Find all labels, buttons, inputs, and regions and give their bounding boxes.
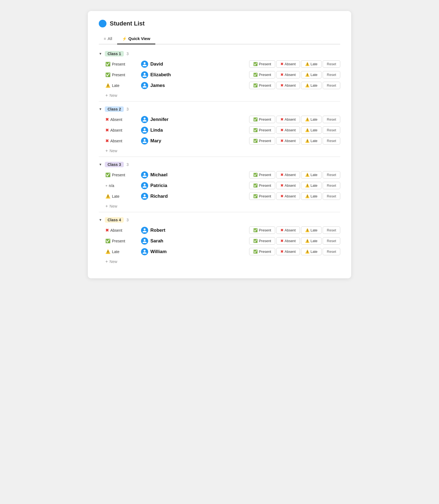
present-button[interactable]: ✅ Present [249, 82, 275, 89]
tab-quickview-label: Quick View [128, 36, 150, 41]
present-button[interactable]: ✅ Present [249, 60, 275, 68]
present-button[interactable]: ✅ Present [249, 116, 275, 123]
reset-button[interactable]: Reset [323, 137, 340, 145]
present-button[interactable]: ✅ Present [249, 237, 275, 245]
status-text-class3-2: Late [112, 194, 119, 199]
absent-button[interactable]: ✖ Absent [276, 192, 300, 200]
student-status-class1-2: ⚠️Late [105, 83, 141, 88]
status-text-class2-2: Absent [110, 139, 122, 143]
new-student-class4[interactable]: + New [99, 257, 340, 265]
student-name: William [150, 249, 249, 254]
late-button[interactable]: ⚠️ Late [301, 137, 322, 145]
reset-button[interactable]: Reset [323, 248, 340, 255]
late-button[interactable]: ⚠️ Late [301, 126, 322, 134]
present-button[interactable]: ✅ Present [249, 171, 275, 179]
late-button[interactable]: ⚠️ Late [301, 248, 322, 255]
student-avatar [141, 237, 148, 245]
class-badge-class1: Class 1 [105, 51, 124, 56]
late-button[interactable]: ⚠️ Late [301, 192, 322, 200]
student-avatar [141, 82, 148, 89]
late-button[interactable]: ⚠️ Late [301, 60, 322, 68]
present-button[interactable]: ✅ Present [249, 226, 275, 234]
status-icon-class2-0: ✖ [105, 117, 109, 122]
status-icon-class1-1: ✅ [105, 73, 111, 77]
absent-button[interactable]: ✖ Absent [276, 226, 300, 234]
student-avatar [141, 227, 148, 234]
present-button[interactable]: ✅ Present [249, 71, 275, 78]
student-avatar [141, 137, 148, 145]
chevron-icon-class2[interactable]: ▼ [99, 107, 102, 111]
student-status-class4-1: ✅Present [105, 239, 141, 243]
new-student-class1[interactable]: + New [99, 91, 340, 99]
reset-button[interactable]: Reset [323, 182, 340, 189]
chevron-icon-class4[interactable]: ▼ [99, 218, 102, 222]
absent-button[interactable]: ✖ Absent [276, 116, 300, 123]
absent-button[interactable]: ✖ Absent [276, 71, 300, 78]
absent-button[interactable]: ✖ Absent [276, 237, 300, 245]
class-header-class4: ▼ Class 4 3 [99, 217, 340, 223]
status-icon-class3-0: ✅ [105, 173, 111, 177]
reset-button[interactable]: Reset [323, 192, 340, 200]
student-actions-class4-1: ✅ Present✖ Absent⚠️ LateReset [249, 237, 340, 245]
reset-button[interactable]: Reset [323, 71, 340, 78]
student-name: Mary [150, 138, 249, 144]
present-button[interactable]: ✅ Present [249, 137, 275, 145]
status-text-class4-2: Late [112, 250, 119, 254]
student-avatar [141, 61, 148, 68]
late-button[interactable]: ⚠️ Late [301, 171, 322, 179]
reset-button[interactable]: Reset [323, 171, 340, 179]
status-icon-class4-0: ✖ [105, 228, 109, 233]
late-button[interactable]: ⚠️ Late [301, 82, 322, 89]
absent-button[interactable]: ✖ Absent [276, 171, 300, 179]
list-icon: ≡ [104, 36, 106, 41]
class-badge-class2: Class 2 [105, 106, 124, 112]
chevron-icon-class1[interactable]: ▼ [99, 52, 102, 56]
reset-button[interactable]: Reset [323, 126, 340, 134]
student-avatar [141, 71, 148, 78]
present-button[interactable]: ✅ Present [249, 126, 275, 134]
absent-button[interactable]: ✖ Absent [276, 182, 300, 189]
absent-button[interactable]: ✖ Absent [276, 248, 300, 255]
student-actions-class1-1: ✅ Present✖ Absent⚠️ LateReset [249, 71, 340, 78]
late-button[interactable]: ⚠️ Late [301, 237, 322, 245]
late-button[interactable]: ⚠️ Late [301, 71, 322, 78]
new-student-class3[interactable]: + New [99, 202, 340, 210]
absent-button[interactable]: ✖ Absent [276, 82, 300, 89]
reset-button[interactable]: Reset [323, 60, 340, 68]
chevron-icon-class3[interactable]: ▼ [99, 163, 102, 166]
new-student-class2[interactable]: + New [99, 146, 340, 154]
class-count-class4: 3 [126, 218, 129, 222]
student-row: ⚠️LateWilliam✅ Present✖ Absent⚠️ LateRes… [99, 246, 340, 257]
absent-button[interactable]: ✖ Absent [276, 137, 300, 145]
status-text-class3-1: n/a [109, 183, 114, 188]
absent-button[interactable]: ✖ Absent [276, 60, 300, 68]
reset-button[interactable]: Reset [323, 226, 340, 234]
student-row: ✖AbsentLinda✅ Present✖ Absent⚠️ LateRese… [99, 125, 340, 135]
class-header-class2: ▼ Class 2 3 [99, 106, 340, 112]
student-row: ●n/aPatricia✅ Present✖ Absent⚠️ LateRese… [99, 180, 340, 191]
status-text-class3-0: Present [112, 173, 125, 177]
student-status-class2-2: ✖Absent [105, 139, 141, 143]
reset-button[interactable]: Reset [323, 82, 340, 89]
present-button[interactable]: ✅ Present [249, 192, 275, 200]
present-button[interactable]: ✅ Present [249, 248, 275, 255]
present-button[interactable]: ✅ Present [249, 182, 275, 189]
absent-button[interactable]: ✖ Absent [276, 126, 300, 134]
reset-button[interactable]: Reset [323, 237, 340, 245]
status-text-class4-0: Absent [110, 228, 122, 233]
late-button[interactable]: ⚠️ Late [301, 116, 322, 123]
late-button[interactable]: ⚠️ Late [301, 182, 322, 189]
student-row: ✖AbsentJennifer✅ Present✖ Absent⚠️ LateR… [99, 114, 340, 125]
tab-quickview[interactable]: ⚡ Quick View [117, 34, 155, 44]
student-status-class2-1: ✖Absent [105, 128, 141, 132]
status-text-class2-1: Absent [110, 128, 122, 132]
student-row: ✖AbsentRobert✅ Present✖ Absent⚠️ LateRes… [99, 225, 340, 236]
plus-icon: + [105, 259, 108, 264]
student-row: ✅PresentMichael✅ Present✖ Absent⚠️ LateR… [99, 169, 340, 180]
late-button[interactable]: ⚠️ Late [301, 226, 322, 234]
reset-button[interactable]: Reset [323, 116, 340, 123]
tab-all[interactable]: ≡ All [99, 34, 117, 44]
student-actions-class2-2: ✅ Present✖ Absent⚠️ LateReset [249, 137, 340, 145]
status-icon-class4-1: ✅ [105, 239, 111, 243]
status-icon-class1-2: ⚠️ [105, 83, 111, 88]
